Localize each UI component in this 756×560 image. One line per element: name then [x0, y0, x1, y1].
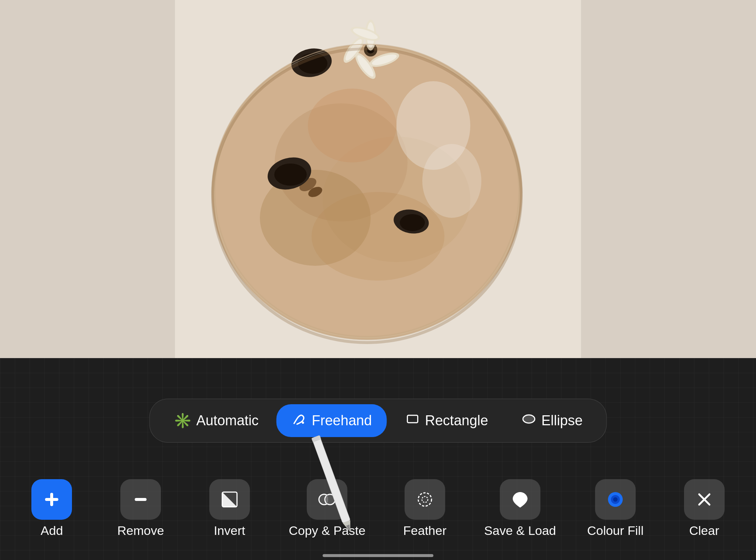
- ellipse-icon: [520, 411, 537, 430]
- freehand-icon: [291, 411, 307, 430]
- remove-icon-wrap: [120, 479, 161, 520]
- svg-point-6: [312, 192, 444, 281]
- remove-label: Remove: [117, 523, 164, 538]
- rectangle-icon: [404, 411, 420, 430]
- selection-bar: ✳️ Automatic Freehand Rectangle Ellipse: [150, 399, 607, 443]
- home-indicator: [323, 554, 433, 557]
- svg-rect-34: [407, 415, 417, 423]
- clear-label: Clear: [689, 523, 719, 538]
- action-bar: Add Remove Invert Copy: [0, 479, 756, 545]
- freehand-label: Freehand: [312, 413, 372, 429]
- feather-label: Feather: [403, 523, 446, 538]
- save-load-button[interactable]: Save & Load: [484, 479, 556, 538]
- svg-point-33: [302, 422, 304, 424]
- invert-icon-wrap: [209, 479, 250, 520]
- save-load-label: Save & Load: [484, 523, 556, 538]
- canvas-area: [0, 0, 756, 358]
- invert-button[interactable]: Invert: [200, 479, 259, 538]
- invert-label: Invert: [214, 523, 245, 538]
- colour-fill-label: Colour Fill: [587, 523, 643, 538]
- svg-point-35: [523, 415, 535, 423]
- clear-icon-wrap: [684, 479, 725, 520]
- add-icon-wrap: [31, 479, 72, 520]
- clear-button[interactable]: Clear: [675, 479, 734, 538]
- svg-point-13: [274, 164, 307, 186]
- automatic-icon: ✳️: [173, 412, 192, 429]
- svg-point-15: [400, 214, 425, 231]
- add-label: Add: [41, 523, 63, 538]
- ellipse-button[interactable]: Ellipse: [506, 404, 597, 437]
- remove-button[interactable]: Remove: [111, 479, 170, 538]
- svg-point-32: [422, 144, 481, 218]
- svg-point-45: [418, 493, 432, 506]
- colour-fill-icon-wrap: [595, 479, 636, 520]
- svg-point-7: [308, 89, 396, 162]
- ellipse-label: Ellipse: [541, 413, 583, 429]
- svg-point-46: [422, 497, 428, 502]
- add-button[interactable]: Add: [22, 479, 81, 538]
- automatic-label: Automatic: [196, 413, 259, 429]
- colour-fill-button[interactable]: Colour Fill: [586, 479, 645, 538]
- rectangle-button[interactable]: Rectangle: [389, 404, 503, 437]
- sand-dollar-image: [175, 0, 581, 358]
- rectangle-label: Rectangle: [425, 413, 488, 429]
- feather-icon-wrap: [405, 479, 445, 520]
- svg-rect-40: [45, 498, 58, 501]
- freehand-button[interactable]: Freehand: [276, 404, 387, 437]
- svg-rect-41: [135, 498, 147, 501]
- svg-point-49: [613, 497, 618, 502]
- save-load-icon-wrap: [500, 479, 540, 520]
- automatic-button[interactable]: ✳️ Automatic: [159, 405, 274, 436]
- feather-button[interactable]: Feather: [395, 479, 454, 538]
